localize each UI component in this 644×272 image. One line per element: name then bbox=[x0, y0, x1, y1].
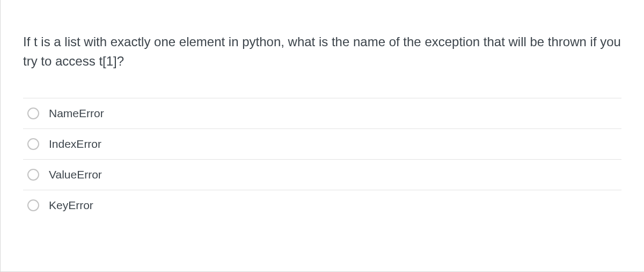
radio-icon[interactable] bbox=[27, 108, 39, 119]
option-row[interactable]: IndexError bbox=[23, 128, 621, 159]
option-label[interactable]: ValueError bbox=[49, 168, 102, 181]
radio-icon[interactable] bbox=[27, 199, 39, 211]
option-label[interactable]: NameError bbox=[49, 107, 104, 120]
options-list: NameError IndexError ValueError KeyError bbox=[23, 98, 621, 223]
option-row[interactable]: ValueError bbox=[23, 159, 621, 190]
option-label[interactable]: KeyError bbox=[49, 199, 93, 212]
question-text: If t is a list with exactly one element … bbox=[1, 0, 644, 98]
radio-icon[interactable] bbox=[27, 169, 39, 181]
option-row[interactable]: KeyError bbox=[23, 190, 621, 223]
option-label[interactable]: IndexError bbox=[49, 138, 101, 151]
option-row[interactable]: NameError bbox=[23, 98, 621, 128]
question-container: If t is a list with exactly one element … bbox=[0, 0, 644, 272]
radio-icon[interactable] bbox=[27, 138, 39, 150]
